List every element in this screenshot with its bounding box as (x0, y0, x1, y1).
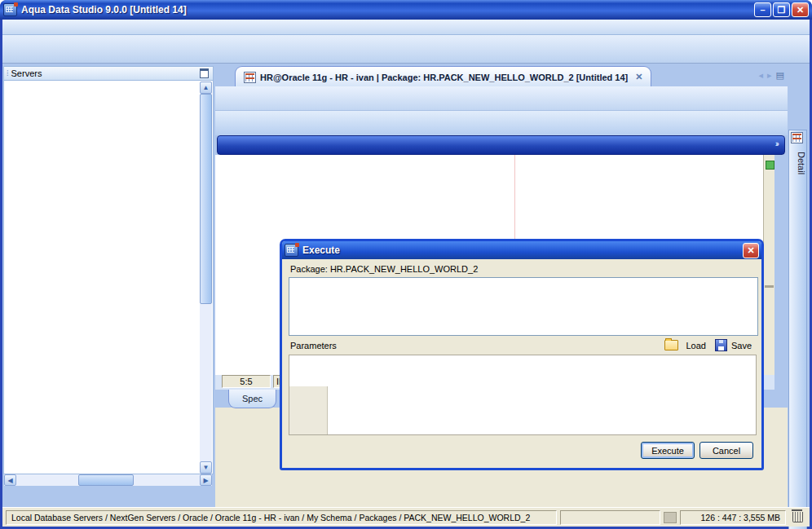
app-window: Aqua Data Studio 9.0.0 [Untitled 14] – ❐… (0, 0, 812, 529)
ruler-scroll-marker (765, 285, 774, 288)
overview-ruler[interactable] (763, 155, 774, 375)
memory-stats: 126 : 447 : 3,555 MB (680, 510, 786, 525)
title-bar: Aqua Data Studio 9.0.0 [Untitled 14] – ❐… (0, 0, 812, 20)
tree-scroll-down-icon[interactable]: ▼ (200, 461, 212, 474)
editor-toolbar-file (215, 86, 788, 111)
tree-scroll-right-icon[interactable]: ▶ (200, 474, 212, 486)
tab-close-icon[interactable]: ✕ (635, 72, 642, 82)
dialog-title-bar: Execute ✕ (282, 241, 761, 259)
servers-panel-header: ⁞ Servers (3, 66, 214, 81)
dialog-package-label: Package: HR.PACK_NEW_HELLO_WORLD_2 (290, 264, 478, 274)
main-toolbar (2, 35, 810, 64)
execute-button[interactable]: Execute (641, 442, 695, 459)
status-spacer (560, 510, 660, 525)
tab-prev-icon[interactable]: ◂ (759, 70, 764, 81)
load-icon[interactable] (664, 340, 678, 350)
editor-toolbar-exec (215, 111, 788, 135)
spec-tab-label: Spec (242, 394, 263, 403)
dialog-buttons: Execute Cancel (641, 442, 753, 459)
maximize-button[interactable]: ❐ (773, 2, 790, 17)
tab-list-icon[interactable]: ▤ (776, 70, 784, 81)
cursor-position: 5:5 (222, 375, 271, 388)
tree-vscroll-thumb[interactable] (200, 94, 212, 304)
sidebar-tab-bar (3, 487, 214, 505)
load-button[interactable]: Load (686, 341, 705, 350)
menu-bar (2, 20, 810, 35)
collapsed-panel-bar[interactable]: ›› (217, 135, 785, 155)
tree-hscroll-thumb[interactable] (78, 474, 134, 486)
status-bar: Local Database Servers / NextGen Servers… (2, 507, 810, 527)
float-panel-icon[interactable] (200, 68, 209, 78)
minimize-button[interactable]: – (754, 2, 771, 17)
row-header-strip (289, 386, 328, 434)
dialog-close-icon[interactable]: ✕ (743, 243, 759, 258)
window-title: Aqua Data Studio 9.0.0 [Untitled 14] (21, 4, 752, 15)
document-tab-bar: HR@Oracle 11g - HR - ivan | Package: HR.… (215, 65, 788, 86)
save-icon[interactable] (715, 339, 727, 351)
breadcrumb: Local Database Servers / NextGen Servers… (6, 510, 557, 525)
ruler-ok-marker (766, 161, 774, 170)
tree-scroll-up-icon[interactable]: ▲ (200, 82, 212, 94)
parameters-row: Parameters Load Save (290, 339, 757, 351)
dialog-icon (285, 244, 298, 257)
panel-grip-icon: ⁞ (7, 69, 8, 77)
parameters-table (289, 355, 757, 435)
detail-strip[interactable]: Detail (788, 130, 807, 529)
query-tab-icon (244, 72, 256, 83)
save-button[interactable]: Save (731, 341, 752, 350)
cancel-button[interactable]: Cancel (699, 442, 753, 459)
document-tab[interactable]: HR@Oracle 11g - HR - ivan | Package: HR.… (235, 66, 651, 87)
overflow-chevron-icon[interactable]: ›› (775, 139, 778, 148)
close-button[interactable]: ✕ (792, 2, 809, 17)
memory-gauge (664, 512, 677, 523)
execute-dialog: Execute ✕ Package: HR.PACK_NEW_HELLO_WOR… (280, 239, 764, 470)
dialog-title: Execute (302, 245, 743, 256)
servers-panel: ⁞ Servers ▲ ▼ ◀ ▶ (3, 66, 214, 505)
procedure-list (289, 277, 758, 336)
trash-icon[interactable] (792, 512, 803, 522)
tab-spec[interactable]: Spec (228, 390, 276, 408)
tree-scroll-left-icon[interactable]: ◀ (4, 474, 16, 486)
dialog-body: Package: HR.PACK_NEW_HELLO_WORLD_2 Param… (282, 259, 761, 468)
parameters-label: Parameters (290, 341, 337, 350)
tab-next-icon[interactable]: ▸ (767, 70, 772, 81)
detail-tab-label: Detail (789, 152, 806, 174)
document-tab-title: HR@Oracle 11g - HR - ivan | Package: HR.… (260, 73, 628, 82)
app-icon (3, 3, 17, 16)
object-tree (3, 81, 214, 474)
tab-navigation: ◂ ▸ ▤ (759, 70, 784, 81)
servers-panel-title: Servers (11, 68, 42, 78)
detail-grid-icon[interactable] (791, 132, 803, 143)
